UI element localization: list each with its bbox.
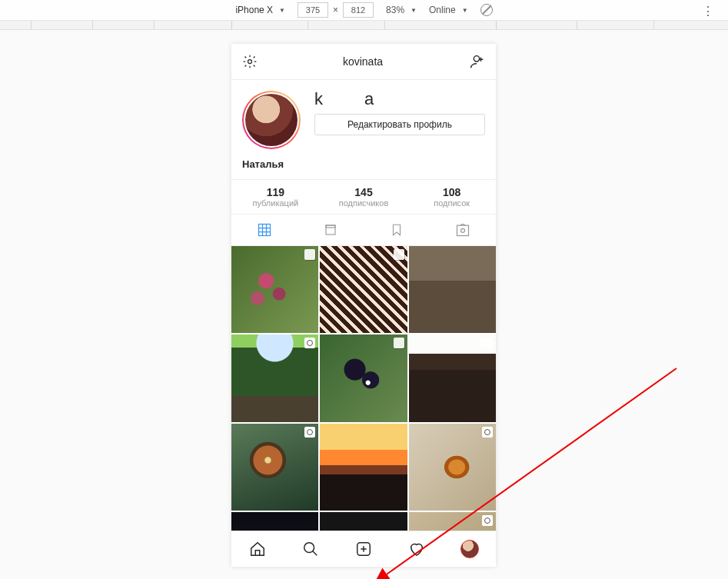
nav-activity[interactable] <box>407 540 426 558</box>
stat-followers[interactable]: 145 подписчиков <box>320 180 408 214</box>
svg-point-1 <box>474 56 479 62</box>
add-user-icon <box>468 53 485 70</box>
carousel-icon <box>394 249 404 260</box>
devtools-ruler <box>0 21 728 30</box>
discover-people-button[interactable] <box>468 53 485 70</box>
stat-posts[interactable]: 119 публикаций <box>231 180 320 214</box>
tab-saved[interactable] <box>364 215 430 245</box>
nav-new-post[interactable] <box>354 540 373 558</box>
plus-square-icon <box>355 541 372 557</box>
home-icon <box>249 541 266 557</box>
media-tile[interactable] <box>231 334 318 421</box>
throttle-selector[interactable]: Online▼ <box>429 5 468 15</box>
heart-icon <box>408 541 425 557</box>
rotate-icon <box>480 4 493 16</box>
media-grid <box>231 246 496 531</box>
camera-icon <box>482 427 493 438</box>
header-username: kovinata <box>343 55 383 68</box>
stat-posts-label: публикаций <box>231 198 320 208</box>
media-tile[interactable] <box>320 246 407 333</box>
edit-profile-button[interactable]: Редактировать профиль <box>314 114 485 135</box>
stat-following-count: 108 <box>407 186 496 198</box>
stat-followers-count: 145 <box>320 186 408 198</box>
devtools-more-button[interactable]: ⋮ <box>702 4 714 18</box>
dimension-separator: × <box>333 5 338 15</box>
feed-icon <box>324 223 337 237</box>
profile-header: kovinata <box>231 44 496 80</box>
media-tile[interactable] <box>409 512 496 531</box>
tab-tagged[interactable] <box>430 215 496 245</box>
svg-point-7 <box>304 543 314 553</box>
nav-home[interactable] <box>248 540 267 558</box>
device-name: iPhone X <box>235 5 273 15</box>
media-tile[interactable] <box>409 246 496 333</box>
zoom-selector[interactable]: 83%▼ <box>386 5 417 15</box>
viewport-height-input[interactable] <box>343 2 374 18</box>
nav-profile[interactable] <box>460 540 479 558</box>
profile-info: k a Редактировать профиль <box>231 80 496 155</box>
svg-rect-5 <box>457 225 469 235</box>
bottom-nav <box>231 531 496 567</box>
avatar-small <box>460 540 479 558</box>
svg-point-0 <box>248 60 252 64</box>
device-frame: kovinata k a Редактировать профиль Натал… <box>231 44 496 567</box>
search-icon <box>302 541 319 557</box>
stat-posts-count: 119 <box>231 186 320 198</box>
zoom-value: 83% <box>386 5 404 15</box>
profile-stats: 119 публикаций 145 подписчиков 108 подпи… <box>231 179 496 215</box>
viewport-width-input[interactable] <box>298 2 328 18</box>
media-tile[interactable] <box>231 424 318 511</box>
stat-following[interactable]: 108 подписок <box>407 180 496 214</box>
nav-search[interactable] <box>301 540 320 558</box>
media-tile[interactable] <box>320 334 407 421</box>
throttle-value: Online <box>429 5 456 15</box>
stat-following-label: подписок <box>407 198 496 208</box>
media-tile[interactable] <box>409 334 496 421</box>
display-name: Наталья <box>231 155 496 179</box>
camera-icon <box>304 338 315 348</box>
media-tile[interactable] <box>320 424 407 511</box>
media-tile[interactable] <box>231 246 318 333</box>
tab-grid[interactable] <box>231 215 298 245</box>
svg-rect-4 <box>326 225 335 228</box>
devtools-toolbar: iPhone X▼ × 83%▼ Online▼ ⋮ <box>0 0 728 21</box>
media-tile[interactable] <box>409 424 496 511</box>
avatar <box>245 94 298 146</box>
settings-button[interactable] <box>242 54 258 69</box>
device-selector[interactable]: iPhone X▼ <box>235 5 285 15</box>
media-tile[interactable] <box>320 512 407 531</box>
story-ring[interactable] <box>242 91 301 149</box>
tagged-icon <box>455 222 470 238</box>
rotate-button[interactable] <box>480 4 493 16</box>
tab-feed[interactable] <box>298 215 364 245</box>
media-tile[interactable] <box>231 512 318 531</box>
grid-icon <box>257 222 272 238</box>
video-icon <box>480 338 493 348</box>
gear-icon <box>242 54 258 69</box>
svg-rect-2 <box>259 225 271 236</box>
carousel-icon <box>304 249 315 260</box>
camera-icon <box>304 427 315 438</box>
svg-point-6 <box>461 228 465 232</box>
bookmark-icon <box>390 222 404 238</box>
stat-followers-label: подписчиков <box>320 198 408 208</box>
username-large: k a <box>314 89 485 109</box>
feed-view-tabs <box>231 215 496 246</box>
camera-icon <box>482 515 493 526</box>
svg-rect-3 <box>326 225 335 235</box>
carousel-icon <box>394 338 404 348</box>
